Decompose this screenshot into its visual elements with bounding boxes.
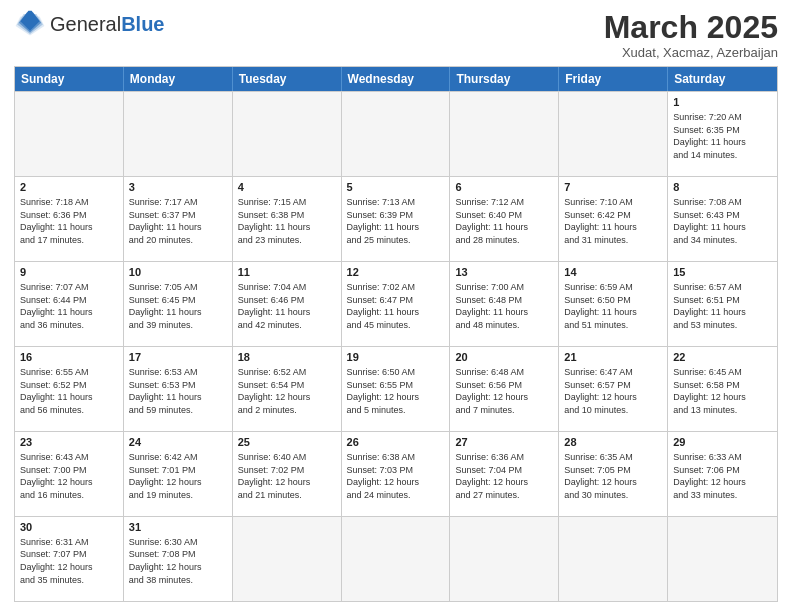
- calendar-cell: 25Sunrise: 6:40 AM Sunset: 7:02 PM Dayli…: [233, 432, 342, 516]
- calendar-cell: 1Sunrise: 7:20 AM Sunset: 6:35 PM Daylig…: [668, 92, 777, 176]
- day-number: 12: [347, 265, 445, 280]
- day-number: 2: [20, 180, 118, 195]
- calendar-row-2: 9Sunrise: 7:07 AM Sunset: 6:44 PM Daylig…: [15, 261, 777, 346]
- day-info: Sunrise: 7:00 AM Sunset: 6:48 PM Dayligh…: [455, 281, 553, 331]
- day-number: 18: [238, 350, 336, 365]
- calendar-cell: [450, 517, 559, 601]
- day-number: 6: [455, 180, 553, 195]
- day-info: Sunrise: 6:48 AM Sunset: 6:56 PM Dayligh…: [455, 366, 553, 416]
- calendar-cell: 16Sunrise: 6:55 AM Sunset: 6:52 PM Dayli…: [15, 347, 124, 431]
- day-number: 11: [238, 265, 336, 280]
- day-number: 30: [20, 520, 118, 535]
- calendar-cell: 2Sunrise: 7:18 AM Sunset: 6:36 PM Daylig…: [15, 177, 124, 261]
- day-info: Sunrise: 7:20 AM Sunset: 6:35 PM Dayligh…: [673, 111, 772, 161]
- day-number: 10: [129, 265, 227, 280]
- day-info: Sunrise: 6:55 AM Sunset: 6:52 PM Dayligh…: [20, 366, 118, 416]
- day-info: Sunrise: 7:15 AM Sunset: 6:38 PM Dayligh…: [238, 196, 336, 246]
- calendar-cell: [233, 92, 342, 176]
- calendar-cell: 14Sunrise: 6:59 AM Sunset: 6:50 PM Dayli…: [559, 262, 668, 346]
- day-number: 21: [564, 350, 662, 365]
- calendar-cell: 11Sunrise: 7:04 AM Sunset: 6:46 PM Dayli…: [233, 262, 342, 346]
- calendar-cell: 21Sunrise: 6:47 AM Sunset: 6:57 PM Dayli…: [559, 347, 668, 431]
- calendar-cell: 17Sunrise: 6:53 AM Sunset: 6:53 PM Dayli…: [124, 347, 233, 431]
- calendar-cell: 31Sunrise: 6:30 AM Sunset: 7:08 PM Dayli…: [124, 517, 233, 601]
- day-info: Sunrise: 6:43 AM Sunset: 7:00 PM Dayligh…: [20, 451, 118, 501]
- logo-text: GeneralBlue: [50, 13, 165, 36]
- day-info: Sunrise: 6:52 AM Sunset: 6:54 PM Dayligh…: [238, 366, 336, 416]
- calendar-cell: 6Sunrise: 7:12 AM Sunset: 6:40 PM Daylig…: [450, 177, 559, 261]
- day-info: Sunrise: 7:18 AM Sunset: 6:36 PM Dayligh…: [20, 196, 118, 246]
- day-info: Sunrise: 7:12 AM Sunset: 6:40 PM Dayligh…: [455, 196, 553, 246]
- day-info: Sunrise: 7:17 AM Sunset: 6:37 PM Dayligh…: [129, 196, 227, 246]
- calendar-cell: 20Sunrise: 6:48 AM Sunset: 6:56 PM Dayli…: [450, 347, 559, 431]
- day-number: 15: [673, 265, 772, 280]
- title-block: March 2025 Xudat, Xacmaz, Azerbaijan: [604, 10, 778, 60]
- calendar-cell: 12Sunrise: 7:02 AM Sunset: 6:47 PM Dayli…: [342, 262, 451, 346]
- day-number: 16: [20, 350, 118, 365]
- day-number: 20: [455, 350, 553, 365]
- day-number: 22: [673, 350, 772, 365]
- header: GeneralBlue March 2025 Xudat, Xacmaz, Az…: [14, 10, 778, 60]
- day-number: 27: [455, 435, 553, 450]
- day-number: 25: [238, 435, 336, 450]
- day-number: 4: [238, 180, 336, 195]
- header-day-wednesday: Wednesday: [342, 67, 451, 91]
- calendar-cell: [450, 92, 559, 176]
- calendar-cell: 26Sunrise: 6:38 AM Sunset: 7:03 PM Dayli…: [342, 432, 451, 516]
- calendar-cell: 5Sunrise: 7:13 AM Sunset: 6:39 PM Daylig…: [342, 177, 451, 261]
- day-info: Sunrise: 7:05 AM Sunset: 6:45 PM Dayligh…: [129, 281, 227, 331]
- day-info: Sunrise: 6:31 AM Sunset: 7:07 PM Dayligh…: [20, 536, 118, 586]
- header-day-thursday: Thursday: [450, 67, 559, 91]
- day-info: Sunrise: 7:07 AM Sunset: 6:44 PM Dayligh…: [20, 281, 118, 331]
- day-number: 5: [347, 180, 445, 195]
- calendar-cell: 23Sunrise: 6:43 AM Sunset: 7:00 PM Dayli…: [15, 432, 124, 516]
- header-day-monday: Monday: [124, 67, 233, 91]
- day-number: 17: [129, 350, 227, 365]
- calendar-cell: [559, 517, 668, 601]
- month-title: March 2025: [604, 10, 778, 45]
- calendar-cell: 22Sunrise: 6:45 AM Sunset: 6:58 PM Dayli…: [668, 347, 777, 431]
- calendar-cell: [342, 92, 451, 176]
- day-info: Sunrise: 6:47 AM Sunset: 6:57 PM Dayligh…: [564, 366, 662, 416]
- calendar-cell: 30Sunrise: 6:31 AM Sunset: 7:07 PM Dayli…: [15, 517, 124, 601]
- day-info: Sunrise: 6:53 AM Sunset: 6:53 PM Dayligh…: [129, 366, 227, 416]
- day-info: Sunrise: 7:02 AM Sunset: 6:47 PM Dayligh…: [347, 281, 445, 331]
- day-number: 8: [673, 180, 772, 195]
- day-number: 19: [347, 350, 445, 365]
- calendar-cell: [559, 92, 668, 176]
- logo-icon: [14, 10, 46, 38]
- day-info: Sunrise: 7:04 AM Sunset: 6:46 PM Dayligh…: [238, 281, 336, 331]
- day-info: Sunrise: 6:59 AM Sunset: 6:50 PM Dayligh…: [564, 281, 662, 331]
- calendar-cell: 4Sunrise: 7:15 AM Sunset: 6:38 PM Daylig…: [233, 177, 342, 261]
- day-info: Sunrise: 6:40 AM Sunset: 7:02 PM Dayligh…: [238, 451, 336, 501]
- calendar-cell: 10Sunrise: 7:05 AM Sunset: 6:45 PM Dayli…: [124, 262, 233, 346]
- calendar-cell: 3Sunrise: 7:17 AM Sunset: 6:37 PM Daylig…: [124, 177, 233, 261]
- day-info: Sunrise: 7:08 AM Sunset: 6:43 PM Dayligh…: [673, 196, 772, 246]
- day-info: Sunrise: 6:36 AM Sunset: 7:04 PM Dayligh…: [455, 451, 553, 501]
- calendar-row-1: 2Sunrise: 7:18 AM Sunset: 6:36 PM Daylig…: [15, 176, 777, 261]
- day-number: 23: [20, 435, 118, 450]
- calendar-cell: 28Sunrise: 6:35 AM Sunset: 7:05 PM Dayli…: [559, 432, 668, 516]
- calendar-row-4: 23Sunrise: 6:43 AM Sunset: 7:00 PM Dayli…: [15, 431, 777, 516]
- logo: GeneralBlue: [14, 10, 165, 38]
- subtitle: Xudat, Xacmaz, Azerbaijan: [604, 45, 778, 60]
- day-number: 7: [564, 180, 662, 195]
- calendar-row-0: 1Sunrise: 7:20 AM Sunset: 6:35 PM Daylig…: [15, 91, 777, 176]
- calendar-cell: 19Sunrise: 6:50 AM Sunset: 6:55 PM Dayli…: [342, 347, 451, 431]
- day-number: 29: [673, 435, 772, 450]
- calendar-cell: 9Sunrise: 7:07 AM Sunset: 6:44 PM Daylig…: [15, 262, 124, 346]
- header-day-friday: Friday: [559, 67, 668, 91]
- calendar: SundayMondayTuesdayWednesdayThursdayFrid…: [14, 66, 778, 602]
- day-number: 9: [20, 265, 118, 280]
- day-info: Sunrise: 6:42 AM Sunset: 7:01 PM Dayligh…: [129, 451, 227, 501]
- calendar-cell: 24Sunrise: 6:42 AM Sunset: 7:01 PM Dayli…: [124, 432, 233, 516]
- day-info: Sunrise: 7:10 AM Sunset: 6:42 PM Dayligh…: [564, 196, 662, 246]
- day-info: Sunrise: 7:13 AM Sunset: 6:39 PM Dayligh…: [347, 196, 445, 246]
- calendar-cell: 18Sunrise: 6:52 AM Sunset: 6:54 PM Dayli…: [233, 347, 342, 431]
- calendar-cell: [15, 92, 124, 176]
- calendar-cell: 13Sunrise: 7:00 AM Sunset: 6:48 PM Dayli…: [450, 262, 559, 346]
- day-info: Sunrise: 6:57 AM Sunset: 6:51 PM Dayligh…: [673, 281, 772, 331]
- day-number: 14: [564, 265, 662, 280]
- calendar-header: SundayMondayTuesdayWednesdayThursdayFrid…: [15, 67, 777, 91]
- day-info: Sunrise: 6:30 AM Sunset: 7:08 PM Dayligh…: [129, 536, 227, 586]
